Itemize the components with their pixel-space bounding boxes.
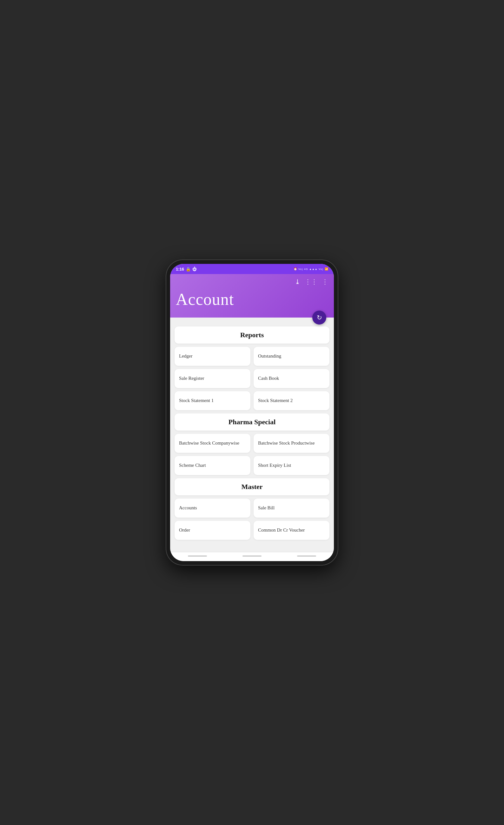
phone-frame: 1:16 🔒 ⏻ ⏰ Vo) 4G ▲▲▲ Vo) 📶 ⤓ ⋮⋮ ⋮ Accou…: [166, 260, 338, 565]
status-bar: 1:16 🔒 ⏻ ⏰ Vo) 4G ▲▲▲ Vo) 📶: [170, 264, 334, 274]
section-header-reports: Reports: [175, 326, 329, 344]
nav-indicator-2: [243, 555, 261, 557]
btn-grid-master: AccountsSale BillOrderCommon Dr Cr Vouch…: [175, 499, 329, 540]
more-options-icon[interactable]: ⋮: [322, 278, 328, 286]
section-title-master: Master: [178, 483, 326, 491]
menu-btn-ledger[interactable]: Ledger: [175, 347, 250, 366]
menu-btn-short-expiry-list[interactable]: Short Expiry List: [254, 456, 329, 475]
alarm-icon: ⏰: [293, 268, 297, 271]
time-display: 1:16: [176, 267, 184, 272]
status-icons: ⏰ Vo) 4G ▲▲▲ Vo) 📶: [293, 268, 328, 271]
grid-icon[interactable]: ⋮⋮: [305, 278, 317, 286]
btn-grid-pharma-special: Batchwise Stock CompanywiseBatchwise Sto…: [175, 434, 329, 475]
section-title-reports: Reports: [178, 331, 326, 339]
menu-btn-common-dr-cr-voucher[interactable]: Common Dr Cr Voucher: [254, 521, 329, 540]
menu-btn-batchwise-stock-productwise[interactable]: Batchwise Stock Productwise: [254, 434, 329, 453]
menu-btn-stock-statement-2[interactable]: Stock Statement 2: [254, 391, 329, 410]
lock-icon: 🔒: [186, 267, 191, 272]
menu-btn-sale-bill[interactable]: Sale Bill: [254, 499, 329, 518]
menu-btn-cash-book[interactable]: Cash Book: [254, 369, 329, 388]
page-title: Account: [176, 290, 328, 309]
phone-screen: 1:16 🔒 ⏻ ⏰ Vo) 4G ▲▲▲ Vo) 📶 ⤓ ⋮⋮ ⋮ Accou…: [170, 264, 334, 561]
refresh-button[interactable]: ↻: [312, 311, 326, 324]
main-content: ReportsLedgerOutstandingSale RegisterCas…: [170, 317, 334, 552]
bottom-nav: [170, 552, 334, 561]
btn-grid-reports: LedgerOutstandingSale RegisterCash BookS…: [175, 347, 329, 410]
menu-btn-accounts[interactable]: Accounts: [175, 499, 250, 518]
wifi-icon: 📶: [325, 268, 328, 271]
menu-btn-scheme-chart[interactable]: Scheme Chart: [175, 456, 250, 475]
section-header-pharma-special: Pharma Special: [175, 414, 329, 431]
section-title-pharma-special: Pharma Special: [178, 418, 326, 426]
app-header: ⤓ ⋮⋮ ⋮ Account ↻: [170, 274, 334, 317]
menu-btn-sale-register[interactable]: Sale Register: [175, 369, 250, 388]
power-icon: ⏻: [192, 267, 196, 272]
menu-btn-outstanding[interactable]: Outstanding: [254, 347, 329, 366]
menu-btn-order[interactable]: Order: [175, 521, 250, 540]
nav-indicator-1: [188, 555, 207, 557]
section-header-master: Master: [175, 478, 329, 496]
download-icon[interactable]: ⤓: [295, 278, 300, 286]
nav-indicator-3: [297, 555, 316, 557]
signal-icons: Vo) 4G ▲▲▲ Vo): [298, 268, 323, 271]
header-actions: ⤓ ⋮⋮ ⋮: [176, 278, 328, 286]
menu-btn-stock-statement-1[interactable]: Stock Statement 1: [175, 391, 250, 410]
status-time: 1:16 🔒 ⏻: [176, 267, 196, 272]
menu-btn-batchwise-stock-companywise[interactable]: Batchwise Stock Companywise: [175, 434, 250, 453]
